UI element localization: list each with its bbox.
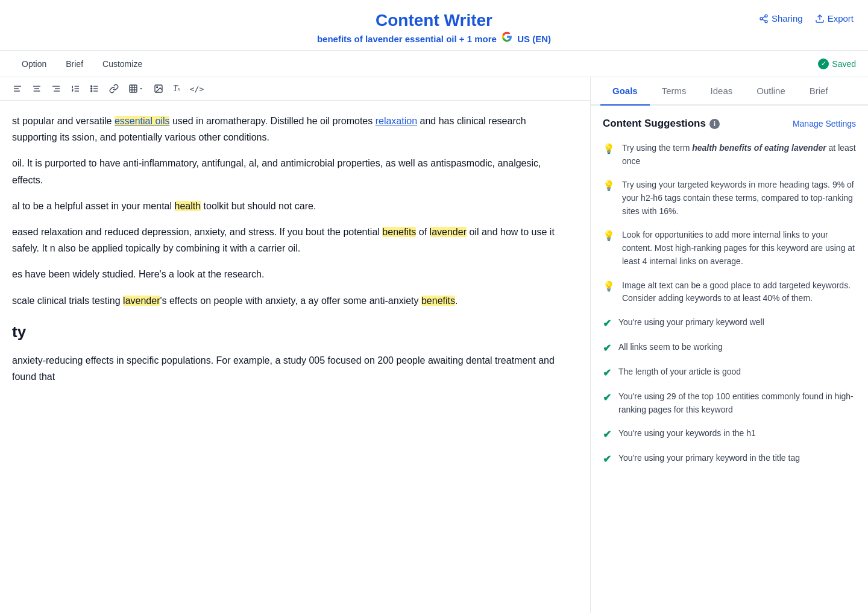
nav-item-brief[interactable]: Brief bbox=[56, 52, 93, 76]
main-content: Tx </> st popular and versatile essentia… bbox=[0, 77, 868, 613]
header: Content Writer benefits of lavender esse… bbox=[0, 0, 868, 51]
image-button[interactable] bbox=[151, 82, 166, 95]
check-icon: ✔ bbox=[603, 367, 611, 379]
svg-line-4 bbox=[763, 16, 766, 18]
editor-heading: ty bbox=[12, 318, 572, 345]
tab-outline[interactable]: Outline bbox=[744, 77, 797, 106]
suggestion-item: ✔ You're using your primary keyword well bbox=[603, 316, 856, 330]
sharing-button[interactable]: Sharing bbox=[759, 13, 803, 24]
nav-item-customize[interactable]: Customize bbox=[93, 52, 152, 76]
svg-point-30 bbox=[157, 87, 158, 88]
suggestion-item: ✔ You're using your keywords in the h1 bbox=[603, 427, 856, 441]
nav-item-option[interactable]: Option bbox=[12, 52, 56, 76]
lavender2-highlight: lavender bbox=[123, 296, 160, 306]
suggestion-text: Image alt text can be a good place to ad… bbox=[622, 279, 856, 305]
unordered-list-button[interactable] bbox=[87, 82, 102, 95]
svg-point-22 bbox=[91, 88, 92, 89]
google-icon bbox=[502, 31, 512, 42]
bulb-icon: 💡 bbox=[603, 280, 615, 292]
align-right-button[interactable] bbox=[48, 82, 64, 95]
suggestion-item: 💡 Image alt text can be a good place to … bbox=[603, 279, 856, 305]
editor-paragraph: al to be a helpful asset in your mental … bbox=[12, 198, 572, 214]
align-left-button[interactable] bbox=[10, 82, 25, 95]
suggestion-item: 💡 Try using your targeted keywords in mo… bbox=[603, 179, 856, 218]
check-icon: ✔ bbox=[603, 342, 611, 355]
tab-terms[interactable]: Terms bbox=[650, 77, 699, 106]
tab-goals[interactable]: Goals bbox=[600, 77, 650, 106]
suggestion-text: You're using 29 of the top 100 entities … bbox=[618, 390, 856, 416]
ordered-list-button[interactable] bbox=[68, 82, 83, 95]
editor-paragraph: anxiety-reducing effects in specific pop… bbox=[12, 352, 572, 385]
essential-oils-link[interactable]: essential oils bbox=[115, 116, 170, 126]
suggestions-header: Content Suggestions i Manage Settings bbox=[603, 118, 856, 130]
page-title: Content Writer bbox=[0, 11, 868, 30]
benefits2-highlight: benefits bbox=[421, 296, 455, 306]
lavender-highlight: lavender bbox=[430, 227, 467, 237]
manage-settings-link[interactable]: Manage Settings bbox=[793, 119, 856, 128]
clear-format-button[interactable]: Tx bbox=[170, 82, 183, 95]
suggestion-item: 💡 Look for opportunities to add more int… bbox=[603, 229, 856, 268]
check-icon: ✔ bbox=[603, 428, 611, 441]
check-icon: ✔ bbox=[603, 317, 611, 330]
editor-paragraph: oil. It is purported to have anti-inflam… bbox=[12, 155, 572, 188]
saved-check-icon: ✓ bbox=[818, 59, 829, 69]
check-icon: ✔ bbox=[603, 453, 611, 466]
svg-line-3 bbox=[763, 19, 766, 21]
svg-point-2 bbox=[765, 20, 767, 22]
check-icon: ✔ bbox=[603, 391, 611, 404]
suggestion-text: Try using your targeted keywords in more… bbox=[622, 179, 856, 218]
suggestion-text: The length of your article is good bbox=[618, 366, 741, 379]
code-button[interactable]: </> bbox=[187, 83, 207, 95]
suggestion-item: ✔ You're using 29 of the top 100 entitie… bbox=[603, 390, 856, 416]
suggestions-panel: Content Suggestions i Manage Settings 💡 … bbox=[591, 106, 868, 613]
svg-rect-24 bbox=[130, 85, 137, 92]
header-actions: Sharing Export bbox=[759, 13, 854, 24]
saved-badge: ✓ Saved bbox=[818, 59, 856, 69]
tabs-bar: Goals Terms Ideas Outline Brief bbox=[591, 77, 868, 106]
editor-paragraph: eased relaxation and reduced depression,… bbox=[12, 224, 572, 256]
svg-point-23 bbox=[91, 90, 92, 92]
header-subtitle: benefits of lavender essential oil + 1 m… bbox=[0, 31, 868, 44]
editor-panel: Tx </> st popular and versatile essentia… bbox=[0, 77, 591, 613]
suggestion-item: ✔ All links seem to be working bbox=[603, 341, 856, 355]
svg-point-0 bbox=[765, 14, 767, 17]
tab-brief[interactable]: Brief bbox=[797, 77, 840, 106]
bulb-icon: 💡 bbox=[603, 230, 615, 241]
suggestion-text: You're using your primary keyword well bbox=[618, 316, 764, 329]
health-highlight: health bbox=[175, 201, 201, 211]
suggestion-item: ✔ You're using your primary keyword in t… bbox=[603, 452, 856, 466]
relaxation-link[interactable]: relaxation bbox=[376, 116, 417, 126]
svg-point-1 bbox=[760, 17, 763, 20]
benefits-highlight: benefits bbox=[382, 227, 416, 237]
bulb-icon: 💡 bbox=[603, 143, 615, 154]
align-center-button[interactable] bbox=[29, 82, 45, 95]
nav-bar: Option Brief Customize ✓ Saved bbox=[0, 51, 868, 77]
suggestion-item: ✔ The length of your article is good bbox=[603, 366, 856, 379]
editor-toolbar: Tx </> bbox=[0, 77, 590, 101]
suggestion-text: Look for opportunities to add more inter… bbox=[622, 229, 856, 268]
svg-point-21 bbox=[91, 86, 92, 87]
suggestion-text: Try using the term health benefits of ea… bbox=[622, 142, 856, 168]
suggestion-text: All links seem to be working bbox=[618, 341, 723, 354]
editor-paragraph: scale clinical trials testing lavender's… bbox=[12, 293, 572, 309]
suggestion-text: You're using your primary keyword in the… bbox=[618, 452, 800, 465]
suggestion-item: 💡 Try using the term health benefits of … bbox=[603, 142, 856, 168]
editor-content[interactable]: st popular and versatile essential oils … bbox=[0, 101, 590, 613]
editor-paragraph: es have been widely studied. Here's a lo… bbox=[12, 266, 572, 282]
table-button[interactable] bbox=[125, 82, 147, 95]
export-button[interactable]: Export bbox=[815, 13, 854, 24]
tab-ideas[interactable]: Ideas bbox=[699, 77, 745, 106]
bulb-icon: 💡 bbox=[603, 180, 615, 191]
right-panel: Goals Terms Ideas Outline Brief Content … bbox=[591, 77, 868, 613]
suggestions-title: Content Suggestions i bbox=[603, 118, 720, 130]
suggestion-text: You're using your keywords in the h1 bbox=[618, 427, 756, 440]
editor-paragraph: st popular and versatile essential oils … bbox=[12, 113, 572, 145]
info-icon[interactable]: i bbox=[709, 119, 720, 129]
link-button[interactable] bbox=[106, 82, 122, 95]
